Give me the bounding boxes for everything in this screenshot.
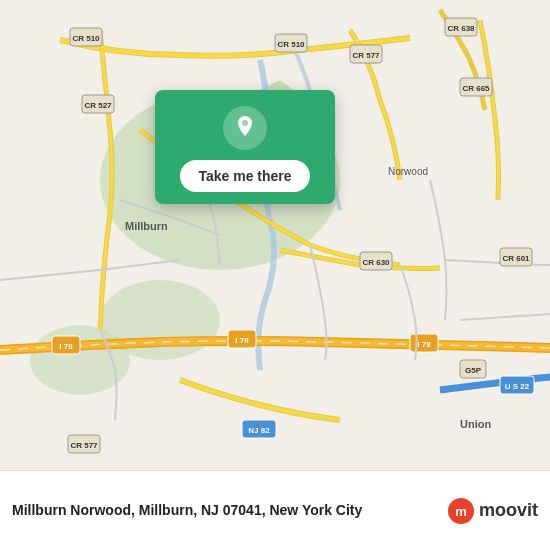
- svg-text:I 78: I 78: [59, 342, 73, 351]
- svg-point-3: [30, 325, 130, 395]
- svg-text:Norwood: Norwood: [388, 166, 428, 177]
- svg-text:G5P: G5P: [465, 366, 482, 375]
- svg-text:CR 638: CR 638: [447, 24, 475, 33]
- moovit-logo: m moovit: [447, 497, 538, 525]
- bottom-bar: Millburn Norwood, Millburn, NJ 07041, Ne…: [0, 470, 550, 550]
- svg-text:CR 577: CR 577: [352, 51, 380, 60]
- svg-point-39: [242, 120, 248, 126]
- location-pin-icon: [223, 106, 267, 150]
- map-container: I 78 I 78 I 78 NJ 82 U S 22 CR 510 CR 51…: [0, 0, 550, 470]
- location-card: Take me there: [155, 90, 335, 204]
- moovit-brand-text: moovit: [479, 500, 538, 521]
- svg-text:I 78: I 78: [417, 340, 431, 349]
- svg-text:CR 527: CR 527: [84, 101, 112, 110]
- svg-text:CR 630: CR 630: [362, 258, 390, 267]
- take-me-there-button[interactable]: Take me there: [180, 160, 309, 192]
- svg-text:CR 510: CR 510: [72, 34, 100, 43]
- svg-text:CR 601: CR 601: [502, 254, 530, 263]
- location-name: Millburn Norwood, Millburn, NJ 07041, Ne…: [12, 501, 447, 519]
- svg-text:U S 22: U S 22: [505, 382, 530, 391]
- svg-text:m: m: [455, 504, 467, 519]
- svg-text:I 78: I 78: [235, 336, 249, 345]
- svg-text:CR 665: CR 665: [462, 84, 490, 93]
- svg-text:CR 510: CR 510: [277, 40, 305, 49]
- svg-text:NJ 82: NJ 82: [248, 426, 270, 435]
- moovit-logo-icon: m: [447, 497, 475, 525]
- svg-text:CR 577: CR 577: [70, 441, 98, 450]
- location-info: Millburn Norwood, Millburn, NJ 07041, Ne…: [12, 501, 447, 519]
- svg-text:Union: Union: [460, 418, 491, 430]
- svg-text:Millburn: Millburn: [125, 220, 168, 232]
